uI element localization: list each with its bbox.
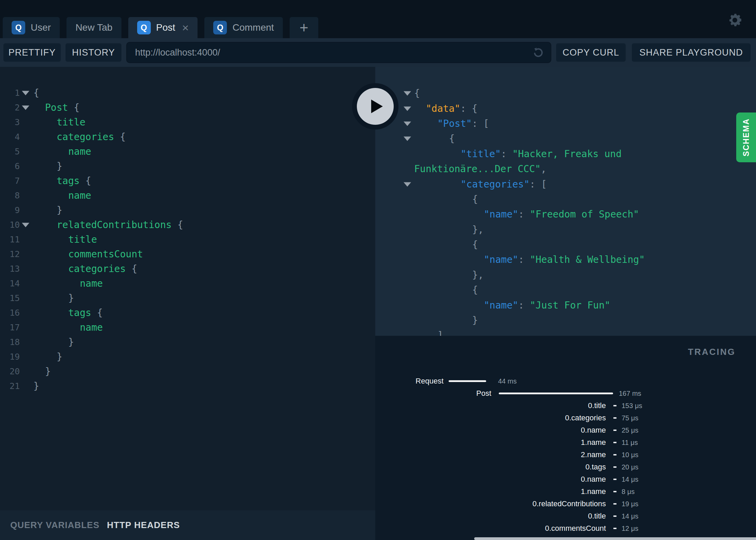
endpoint-url-input[interactable] <box>127 47 551 58</box>
code-text: "Post": [ <box>414 118 489 129</box>
code-token-str: "Health & Wellbeing" <box>530 254 645 265</box>
code-token-punc: } <box>68 292 74 303</box>
code-token-punc: , <box>541 163 547 175</box>
code-token-punc: { <box>449 133 455 144</box>
editor-bottom-bar: QUERY VARIABLES HTTP HEADERS <box>0 510 375 540</box>
editor-line: 12commentsCount <box>0 246 375 261</box>
code-text: Post { <box>33 102 79 113</box>
code-text: name <box>33 321 103 333</box>
add-tab-button[interactable]: + <box>290 17 318 38</box>
prettify-button[interactable]: PRETTIFY <box>3 43 61 62</box>
tracing-row-label: 1.name <box>581 487 606 496</box>
line-number: 7 <box>0 176 20 185</box>
response-line: "name": "Health & Wellbeing" <box>375 252 756 267</box>
history-button[interactable]: HISTORY <box>66 43 121 62</box>
code-text: relatedContributions { <box>33 219 183 230</box>
tab-user[interactable]: Q User <box>3 17 60 38</box>
share-playground-button[interactable]: SHARE PLAYGROUND <box>632 43 751 62</box>
code-text: { <box>414 133 455 144</box>
execute-query-button[interactable] <box>352 83 398 130</box>
code-token-key: "name" <box>484 254 518 265</box>
code-text: ] <box>414 330 443 336</box>
line-number: 10 <box>0 220 20 229</box>
tab-comment[interactable]: Q Comment <box>204 17 282 38</box>
response-viewer[interactable]: {"data": {"Post": [{"title": "Hacker, Fr… <box>375 67 756 336</box>
tracing-row-value: 153 μs <box>622 402 642 410</box>
tracing-horizontal-scrollbar[interactable] <box>474 537 756 540</box>
code-token-root: "data" <box>426 103 460 114</box>
code-token-punc: { <box>79 175 91 186</box>
code-token-punc: { <box>33 87 39 98</box>
code-token-punc: { <box>472 284 478 296</box>
code-text: Funktionäre...Der CCC", <box>414 163 547 175</box>
query-badge-icon: Q <box>137 21 151 34</box>
code-token-key: "name" <box>484 299 518 311</box>
line-number: 4 <box>0 132 20 141</box>
code-text: } <box>33 160 62 171</box>
code-token-str: Funktionäre...Der CCC" <box>414 163 541 175</box>
response-line: "name": "Freedom of Speech" <box>375 207 756 222</box>
code-text: "categories": [ <box>414 178 547 190</box>
tracing-row: 0.title14 μs <box>375 510 756 522</box>
tab-new-tab[interactable]: New Tab <box>67 17 121 38</box>
response-line: { <box>375 282 756 297</box>
code-text: } <box>33 204 62 215</box>
fold-arrow-icon[interactable] <box>404 106 411 111</box>
code-token-punc: : <box>501 148 512 159</box>
fold-arrow-icon[interactable] <box>22 91 29 95</box>
line-number: 2 <box>0 102 20 112</box>
line-number: 19 <box>0 351 20 361</box>
query-badge-icon: Q <box>213 21 227 34</box>
settings-gear-icon[interactable] <box>727 12 743 28</box>
code-text: }, <box>414 224 484 235</box>
code-text: name <box>33 190 91 201</box>
code-text: "name": "Health & Wellbeing" <box>414 254 645 265</box>
code-token-field: name <box>80 278 103 289</box>
tab-post[interactable]: Q Post × <box>128 17 198 38</box>
tracing-row-value: 11 μs <box>622 439 638 447</box>
fold-arrow-icon[interactable] <box>404 182 411 186</box>
tracing-row-value: 8 μs <box>622 488 635 496</box>
response-line: { <box>375 192 756 207</box>
http-headers-tab[interactable]: HTTP HEADERS <box>107 520 180 530</box>
schema-side-tab-label: SCHEMA <box>742 118 751 156</box>
tracing-row-label: 0.title <box>588 512 606 521</box>
tracing-row-label: 0.categories <box>565 414 606 422</box>
tracing-panel: TRACING Request44 msPost167 ms0.title153… <box>375 336 756 540</box>
code-token-punc: : <box>518 209 530 220</box>
query-editor[interactable]: 1{2Post {3title4categories {5name6}7tags… <box>0 67 375 510</box>
fold-arrow-icon[interactable] <box>22 105 29 110</box>
fold-arrow-icon[interactable] <box>22 223 29 227</box>
code-token-punc: } <box>33 380 39 391</box>
query-variables-tab[interactable]: QUERY VARIABLES <box>10 520 100 530</box>
tracing-row: 0.tags20 μs <box>375 461 756 473</box>
tracing-duration-bar <box>449 380 486 382</box>
code-text: } <box>33 351 62 362</box>
fold-arrow-icon[interactable] <box>404 122 411 126</box>
copy-curl-button[interactable]: COPY CURL <box>556 43 626 62</box>
reload-schema-icon[interactable] <box>532 46 545 59</box>
schema-side-tab[interactable]: SCHEMA <box>736 112 756 162</box>
response-line: { <box>375 131 756 146</box>
close-tab-icon[interactable]: × <box>182 22 189 33</box>
code-token-punc: } <box>45 365 51 377</box>
tracing-duration-dash <box>613 442 616 443</box>
response-line: "title": "Hacker, Freaks und <box>375 146 756 161</box>
code-token-punc: { <box>472 193 478 205</box>
query-badge-icon: Q <box>12 21 25 34</box>
tracing-row-value: 44 ms <box>498 377 517 385</box>
code-text: } <box>414 315 478 326</box>
fold-arrow-icon[interactable] <box>404 91 411 96</box>
code-text: } <box>33 292 74 303</box>
code-token-field: relatedContributions <box>57 219 172 230</box>
tracing-row: 0.name25 μs <box>375 424 756 436</box>
code-token-punc: } <box>68 336 74 347</box>
code-text: { <box>414 193 478 205</box>
tracing-row: 0.commentsCount12 μs <box>375 522 756 535</box>
fold-arrow-icon[interactable] <box>404 137 411 141</box>
code-token-punc: } <box>57 204 62 215</box>
code-token-field: name <box>68 146 91 157</box>
code-text: name <box>33 278 103 289</box>
editor-line: 8name <box>0 188 375 202</box>
code-text: { <box>414 88 420 99</box>
